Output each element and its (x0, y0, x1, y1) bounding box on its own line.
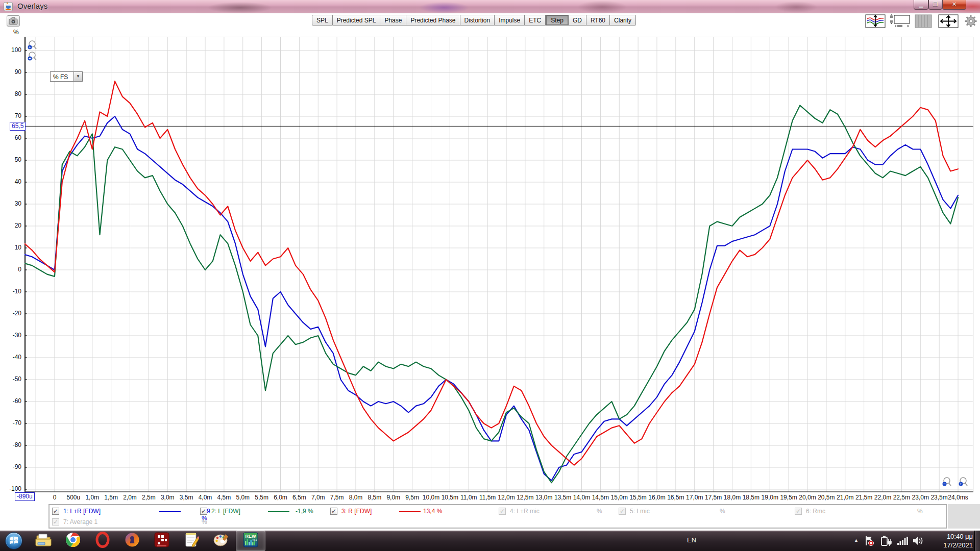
taskbar-app-remote-app[interactable] (147, 531, 177, 551)
trace-3 (24, 81, 958, 465)
legend-row: ✓1: L+R [FDW]6,9 %✓2: L [FDW]-1,9 %✓3: R… (50, 507, 946, 517)
frequency-bands-icon[interactable] (915, 14, 932, 28)
chart-panel: % 1009080706050403020100-10-20-30-40-50-… (0, 29, 980, 504)
taskbar-app-rew[interactable]: REWV5.1 (236, 531, 265, 551)
zoom-out-y-button[interactable] (27, 51, 37, 61)
desktop: Overlays ▁ ❐ ✕ SPLPredicted SPLPhasePred… (0, 0, 980, 551)
legend-entry: ✓6: Rmc% (795, 507, 943, 517)
volume-speaker-icon[interactable] (912, 535, 925, 546)
restore-button[interactable]: ❐ (928, 0, 942, 10)
system-tray: EN ▲ 10:40 μμ 17/2/2021 (827, 531, 980, 551)
y-tick-label: -20 (0, 310, 21, 317)
zoom-in-x-button[interactable] (958, 477, 968, 487)
legend-entry: ✓1: L+R [FDW]6,9 % (52, 507, 200, 517)
taskbar-app-notepad[interactable] (177, 531, 206, 551)
tab-predicted-spl[interactable]: Predicted SPL (333, 15, 381, 26)
tab-step[interactable]: Step (546, 15, 569, 26)
clock[interactable]: 10:40 μμ 17/2/2021 (943, 532, 973, 549)
legend-label[interactable]: 4: L+R mic (510, 508, 540, 515)
pan-icon[interactable] (938, 14, 959, 28)
y-tick-label: 80 (0, 90, 21, 97)
legend-label[interactable]: 6: Rmc (806, 508, 825, 515)
cursor-y-readout: 65,5 (10, 122, 26, 131)
chrome-icon (65, 532, 81, 550)
tab-impulse[interactable]: Impulse (495, 15, 525, 26)
y-tick-label: 70 (0, 112, 21, 119)
tab-clarity[interactable]: Clarity (610, 15, 636, 26)
chevron-down-icon: ▼ (74, 72, 82, 81)
start-button[interactable] (5, 532, 22, 549)
legend-entry: ✓5: Lmic% (619, 507, 767, 517)
paint-icon (212, 532, 230, 549)
y-tick-label: 30 (0, 200, 21, 207)
tab-etc[interactable]: ETC (525, 15, 546, 26)
legend-label[interactable]: 5: Lmic (630, 508, 650, 515)
rew-icon: REWV5.1 (242, 532, 259, 550)
trace-1 (24, 116, 958, 481)
trace-visibility-checkbox[interactable]: ✓ (52, 518, 59, 525)
overlay-traces-icon[interactable] (865, 14, 886, 28)
windows-logo-icon (6, 533, 22, 549)
trace-visibility-checkbox[interactable]: ✓ (499, 508, 506, 515)
network-signal-icon[interactable] (896, 535, 909, 546)
cursor-x-readout: -890u (15, 492, 35, 501)
trace-visibility-checkbox[interactable]: ✓ (200, 508, 207, 515)
y-tick-label: -90 (0, 463, 21, 470)
chart-canvas[interactable] (24, 37, 973, 492)
taskbar-apps: REWV5.1 (29, 531, 265, 551)
zoom-in-y-button[interactable] (27, 40, 37, 50)
legend-value: -1,9 % (296, 508, 313, 515)
taskbar-app-opera[interactable] (88, 531, 117, 551)
window-titlebar[interactable]: Overlays ▁ ❐ ✕ (0, 0, 980, 13)
y-tick-label: -100 (0, 485, 21, 492)
tab-spl[interactable]: SPL (312, 15, 333, 26)
power-plug-icon[interactable] (880, 535, 892, 546)
y-scale-dropdown[interactable]: % FS ▼ (50, 71, 83, 82)
y-tick-label: -30 (0, 332, 21, 339)
y-tick-label: 20 (0, 222, 21, 229)
trace-visibility-checkbox[interactable]: ✓ (795, 508, 802, 515)
minimize-button[interactable]: ▁ (914, 0, 928, 10)
java-app-icon (4, 2, 13, 11)
capture-graph-button[interactable] (7, 15, 20, 27)
trace-visibility-checkbox[interactable]: ✓ (619, 508, 626, 515)
hidden-icons-chevron[interactable]: ▲ (854, 538, 859, 543)
graph-limits-icon[interactable] (889, 14, 911, 28)
y-tick-label: -60 (0, 397, 21, 405)
taskbar-app-chrome[interactable] (58, 531, 88, 551)
tab-gd[interactable]: GD (569, 15, 586, 26)
trace-visibility-checkbox[interactable]: ✓ (52, 508, 59, 515)
legend-right-fill (948, 504, 980, 529)
tab-phase[interactable]: Phase (380, 15, 406, 26)
legend-value: % (720, 508, 725, 515)
legend-panel: ✓1: L+R [FDW]6,9 %✓2: L [FDW]-1,9 %✓3: R… (48, 504, 947, 529)
taskbar-app-paint[interactable] (206, 531, 236, 551)
toolbar: SPLPredicted SPLPhasePredicted PhaseDist… (0, 13, 980, 29)
taskbar-app-firefox-lock[interactable] (117, 531, 147, 551)
close-button[interactable]: ✕ (942, 0, 966, 10)
svg-text:REW: REW (246, 534, 257, 539)
legend-label[interactable]: 1: L+R [FDW] (63, 508, 101, 515)
settings-gear-icon[interactable] (964, 14, 978, 28)
action-center-flag-icon[interactable] (864, 535, 875, 546)
zoom-out-x-button[interactable] (941, 477, 951, 487)
trace-visibility-checkbox[interactable]: ✓ (330, 508, 337, 515)
y-tick-label: -40 (0, 354, 21, 361)
y-tick-label: 90 (0, 68, 21, 76)
y-tick-label: 10 (0, 244, 21, 251)
tab-predicted-phase[interactable]: Predicted Phase (406, 15, 460, 26)
graph-tabs: SPLPredicted SPLPhasePredicted PhaseDist… (312, 15, 636, 26)
tab-distortion[interactable]: Distortion (460, 15, 495, 26)
y-tick-label: 0 (0, 266, 21, 273)
legend-label[interactable]: 7: Average 1 (63, 518, 97, 525)
legend-entry: ✓7: Average 1% (52, 517, 200, 528)
show-desktop-button[interactable] (974, 531, 980, 551)
legend-label[interactable]: 3: R [FDW] (341, 508, 372, 515)
y-tick-label: -80 (0, 441, 21, 448)
step-response-plot[interactable]: % FS ▼ (24, 37, 973, 492)
language-indicator[interactable]: EN (687, 536, 696, 544)
y-tick-label: -10 (0, 288, 21, 295)
legend-label[interactable]: 2: L [FDW] (211, 508, 240, 515)
tab-rt60[interactable]: RT60 (586, 15, 610, 26)
taskbar-app-explorer[interactable] (29, 531, 58, 551)
